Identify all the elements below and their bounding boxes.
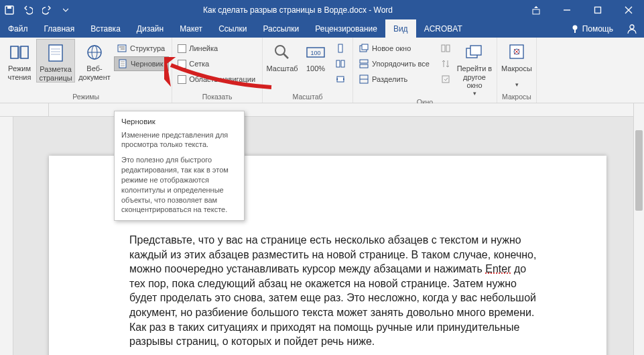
tooltip-text-2: Это полезно для быстрого редактирования,… <box>121 155 237 215</box>
switch-windows-button[interactable]: Перейти в другое окно▾ <box>455 39 494 97</box>
web-layout-icon <box>84 42 105 63</box>
outline-label: Структура <box>130 44 165 52</box>
tell-me[interactable]: Помощь <box>564 19 620 38</box>
tab-layout[interactable]: Макет <box>172 19 210 38</box>
macros-button[interactable]: Макросы▾ <box>500 39 533 89</box>
draft-icon <box>117 58 128 69</box>
ruler-checkbox[interactable]: Линейка <box>175 41 259 56</box>
switch-windows-icon <box>464 42 485 63</box>
multi-page-button[interactable] <box>332 56 350 71</box>
view-side-by-side-button[interactable] <box>438 41 455 56</box>
tab-mailings[interactable]: Рассылки <box>255 19 307 38</box>
multi-page-icon <box>335 58 346 69</box>
zoom-100-button[interactable]: 100 100% <box>299 39 332 73</box>
window-controls <box>521 0 644 19</box>
tab-file[interactable]: Файл <box>0 19 36 38</box>
redo-icon[interactable] <box>38 0 56 19</box>
tab-insert[interactable]: Вставка <box>82 19 129 38</box>
svg-rect-28 <box>336 60 340 67</box>
new-window-label: Новое окно <box>372 44 411 52</box>
vertical-ruler[interactable] <box>0 117 13 355</box>
web-layout-button[interactable]: Веб-документ <box>75 39 114 81</box>
page-width-button[interactable] <box>332 72 350 87</box>
print-layout-icon <box>45 42 66 64</box>
svg-rect-37 <box>442 45 445 52</box>
outline-icon <box>117 43 127 54</box>
account-icon[interactable] <box>620 19 644 38</box>
zoom-100-icon: 100 <box>305 42 326 63</box>
arrange-all-icon <box>359 58 369 69</box>
svg-point-7 <box>630 25 634 29</box>
vertical-scrollbar[interactable] <box>633 103 644 355</box>
scrollbar-thumb[interactable] <box>635 130 643 211</box>
tab-home[interactable]: Главная <box>36 19 83 38</box>
ruler-corner <box>0 103 49 117</box>
view-side-icon <box>440 43 451 54</box>
tab-review[interactable]: Рецензирование <box>307 19 385 38</box>
svg-line-24 <box>283 54 288 58</box>
one-page-button[interactable] <box>332 41 350 56</box>
print-layout-button[interactable]: Разметка страницы <box>36 39 75 83</box>
annotation-arrow <box>164 57 278 97</box>
ruler-label: Линейка <box>189 44 218 52</box>
body-text-enter: Enter <box>485 263 511 274</box>
group-views: Режим чтения Разметка страницы Веб-докум… <box>0 38 172 103</box>
draft-label: Черновик <box>131 60 164 68</box>
zoom-100-label: 100% <box>306 64 325 73</box>
group-macros: Макросы▾ Макросы <box>497 38 537 103</box>
svg-rect-39 <box>442 76 449 83</box>
qat-more-icon[interactable] <box>56 0 75 19</box>
maximize-icon[interactable] <box>582 0 613 19</box>
svg-rect-4 <box>595 7 601 13</box>
checkbox-icon <box>178 44 186 53</box>
reading-mode-button[interactable]: Режим чтения <box>3 39 36 81</box>
tell-me-label: Помощь <box>582 24 613 34</box>
document-title: Как сделать разрыв страницы в Ворде.docx… <box>75 5 521 15</box>
reset-window-icon <box>440 74 451 85</box>
svg-point-23 <box>275 46 285 55</box>
svg-rect-6 <box>574 30 576 33</box>
quick-access-toolbar <box>0 0 75 19</box>
reset-window-button[interactable] <box>438 72 455 87</box>
svg-rect-29 <box>341 60 344 67</box>
sync-scroll-icon <box>440 58 451 69</box>
draft-button[interactable]: Черновик <box>114 56 169 71</box>
web-layout-label: Веб-документ <box>75 64 114 81</box>
tab-design[interactable]: Дизайн <box>129 19 172 38</box>
body-text-after: до тех пор, пока следующий абзац не окаж… <box>129 263 536 347</box>
ribbon: Режим чтения Разметка страницы Веб-докум… <box>0 38 644 103</box>
svg-rect-16 <box>118 45 126 52</box>
tab-acrobat[interactable]: ACROBAT <box>416 19 470 38</box>
titlebar: Как сделать разрыв страницы в Ворде.docx… <box>0 0 644 19</box>
tab-view[interactable]: Вид <box>385 19 416 38</box>
paragraph: Представьте, что у вас на странице есть … <box>129 233 539 349</box>
new-window-button[interactable]: Новое окно <box>356 41 434 56</box>
outline-button[interactable]: Структура <box>114 41 169 56</box>
svg-rect-27 <box>338 44 342 52</box>
ribbon-options-icon[interactable] <box>521 0 552 19</box>
save-icon[interactable] <box>0 0 19 19</box>
tooltip-title: Черновик <box>121 117 237 128</box>
minimize-icon[interactable] <box>552 0 582 19</box>
svg-rect-38 <box>446 45 450 52</box>
group-macros-label: Макросы <box>500 91 533 103</box>
split-label: Разделить <box>372 75 407 83</box>
split-button[interactable]: Разделить <box>356 72 434 87</box>
body-text: Представьте, что у вас на странице есть … <box>129 234 536 274</box>
svg-rect-32 <box>362 44 368 50</box>
one-page-icon <box>335 43 346 54</box>
tab-references[interactable]: Ссылки <box>210 19 255 38</box>
sync-scroll-button[interactable] <box>438 56 455 71</box>
new-window-icon <box>359 43 369 54</box>
group-views-label: Режимы <box>3 91 169 103</box>
close-icon[interactable] <box>613 0 644 19</box>
svg-rect-41 <box>470 46 481 55</box>
arrange-all-button[interactable]: Упорядочить все <box>356 56 434 71</box>
undo-icon[interactable] <box>19 0 38 19</box>
svg-rect-1 <box>7 6 11 9</box>
ribbon-tabs: Файл Главная Вставка Дизайн Макет Ссылки… <box>0 19 644 38</box>
arrange-all-label: Упорядочить все <box>372 60 430 68</box>
print-layout-label: Разметка страницы <box>37 65 74 82</box>
chevron-down-icon: ▾ <box>515 81 519 88</box>
svg-rect-9 <box>49 45 62 61</box>
